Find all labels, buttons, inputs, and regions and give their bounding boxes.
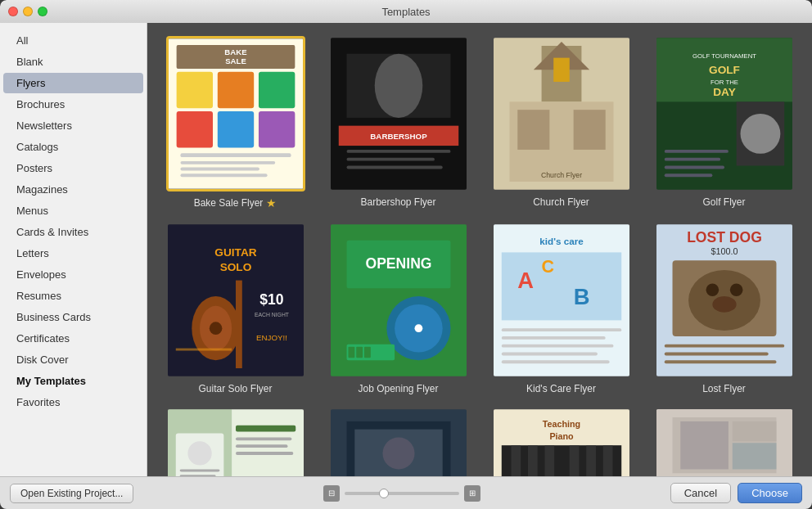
sidebar-item-magazines[interactable]: Magazines	[3, 179, 143, 200]
zoom-in-icon[interactable]: ⊞	[464, 485, 480, 502]
svg-rect-21	[346, 165, 442, 169]
svg-text:SOLO: SOLO	[219, 261, 251, 273]
sidebar-item-favorites[interactable]: Favorites	[3, 392, 143, 412]
svg-rect-70	[501, 336, 605, 340]
svg-rect-69	[501, 328, 620, 331]
svg-rect-123	[586, 445, 596, 476]
svg-rect-84	[664, 360, 776, 363]
template-thumb-bake-sale: BAKE SALE	[166, 36, 305, 191]
template-item-piano[interactable]: Teaching Piano Teaching Piano Flyer	[486, 408, 636, 476]
template-label-guitar-solo: Guitar Solo Flyer	[198, 383, 272, 394]
zoom-out-icon[interactable]: ⊟	[323, 485, 340, 502]
template-item-photo-exhibition[interactable]: PHOTO EXHIBITION Photo Exhibition Flyer	[323, 408, 473, 476]
svg-text:GOLF: GOLF	[709, 64, 740, 76]
svg-text:DAY: DAY	[713, 86, 736, 98]
svg-text:SALE: SALE	[225, 56, 246, 65]
template-label-church: Church Flyer	[533, 196, 589, 208]
svg-text:Piano: Piano	[549, 431, 574, 441]
sidebar-item-blank[interactable]: Blank	[3, 52, 143, 72]
svg-rect-61	[356, 347, 363, 358]
svg-text:EACH NIGHT: EACH NIGHT	[254, 312, 289, 318]
star-icon: ★	[266, 196, 277, 209]
cancel-button[interactable]: Cancel	[670, 483, 731, 503]
template-label-bake-sale: Bake Sale Flyer★	[194, 196, 277, 209]
sidebar-item-all[interactable]: All	[3, 30, 143, 51]
svg-text:$100.0: $100.0	[710, 246, 738, 256]
minimize-button[interactable]	[23, 7, 33, 16]
svg-rect-49	[175, 349, 231, 351]
template-item-kids-care[interactable]: kid's care A B C Kid's Care Flyer	[486, 223, 636, 394]
template-item-barbershop[interactable]: BARBERSHOP Barbershop Flyer	[323, 36, 473, 209]
svg-rect-25	[553, 58, 570, 82]
sidebar-item-cards-invites[interactable]: Cards & Invites	[3, 222, 143, 242]
sidebar-item-menus[interactable]: Menus	[3, 200, 143, 221]
svg-point-81	[712, 296, 736, 313]
svg-rect-119	[511, 445, 521, 476]
template-item-nursing[interactable]: Nursing Homes Flyer	[160, 408, 310, 476]
zoom-controls: ⊟ ⊞	[323, 485, 480, 502]
svg-rect-93	[236, 437, 291, 440]
svg-text:LOST DOG: LOST DOG	[687, 229, 762, 245]
svg-point-48	[209, 322, 222, 335]
sidebar-item-letters[interactable]: Letters	[3, 243, 143, 264]
close-button[interactable]	[8, 7, 18, 16]
svg-text:ENJOY!!: ENJOY!!	[255, 333, 286, 342]
template-thumb-church: Church Flyer	[492, 36, 631, 191]
window-controls	[8, 7, 47, 16]
template-label-kids-care: Kid's Care Flyer	[526, 383, 596, 394]
sidebar-item-brochures[interactable]: Brochures	[3, 94, 143, 115]
maximize-button[interactable]	[38, 7, 47, 16]
svg-point-80	[729, 283, 742, 296]
window: Templates AllBlankFlyersBrochuresNewslet…	[0, 0, 812, 509]
svg-rect-28	[573, 110, 605, 150]
svg-point-16	[374, 54, 422, 118]
template-label-lost-flyer: Lost Flyer	[702, 383, 746, 394]
template-item-golf[interactable]: GOLF TOURNAMENT GOLF FOR THE DAY Golf Fl…	[649, 36, 799, 209]
choose-button[interactable]: Choose	[738, 483, 802, 503]
zoom-slider[interactable]	[345, 492, 459, 495]
svg-rect-4	[176, 72, 212, 108]
svg-text:$10: $10	[259, 291, 284, 308]
bottom-right: Cancel Choose	[670, 483, 802, 503]
svg-rect-62	[364, 347, 371, 358]
svg-rect-7	[176, 111, 212, 147]
svg-rect-38	[664, 150, 728, 153]
svg-rect-95	[236, 452, 293, 455]
svg-rect-12	[180, 168, 259, 171]
template-item-guitar-solo[interactable]: GUITAR SOLO $10 EACH NIGHT ENJOY!! Guita…	[160, 223, 310, 394]
sidebar-item-certificates[interactable]: Certificates	[3, 328, 143, 349]
sidebar-item-flyers[interactable]: Flyers	[3, 73, 143, 93]
svg-point-58	[414, 324, 422, 332]
svg-rect-40	[664, 165, 724, 169]
sidebar-item-newsletters[interactable]: Newsletters	[3, 115, 143, 136]
svg-rect-83	[664, 352, 768, 355]
svg-rect-120	[527, 445, 537, 476]
sidebar-item-business-cards[interactable]: Business Cards	[3, 307, 143, 327]
svg-rect-8	[217, 111, 253, 147]
window-title: Templates	[381, 6, 430, 18]
sidebar-item-catalogs[interactable]: Catalogs	[3, 137, 143, 157]
svg-rect-89	[179, 469, 219, 471]
template-item-lost-flyer[interactable]: LOST DOG $100.0 Lost Flyer	[649, 223, 799, 394]
template-item-job-opening[interactable]: OPENING Job Opening Flyer	[323, 223, 473, 394]
svg-text:C: C	[541, 257, 554, 277]
template-label-job-opening: Job Opening Flyer	[358, 383, 438, 394]
template-item-bake-sale[interactable]: BAKE SALE Bake Sale Flyer★	[160, 36, 310, 209]
svg-rect-124	[602, 445, 612, 476]
main-container: AllBlankFlyersBrochuresNewslettersCatalo…	[0, 23, 812, 476]
sidebar-item-my-templates[interactable]: My Templates	[3, 371, 143, 391]
svg-point-79	[706, 283, 719, 296]
sidebar-item-disk-cover[interactable]: Disk Cover	[3, 349, 143, 370]
sidebar-item-resumes[interactable]: Resumes	[3, 286, 143, 306]
template-item-church[interactable]: Church Flyer Church Flyer	[486, 36, 636, 209]
template-item-modern-art[interactable]: Modern Art Flyer	[649, 408, 799, 476]
sidebar-item-envelopes[interactable]: Envelopes	[3, 264, 143, 285]
zoom-thumb	[379, 489, 389, 498]
svg-rect-82	[664, 345, 783, 348]
svg-text:GOLF TOURNAMENT: GOLF TOURNAMENT	[692, 52, 756, 60]
template-label-golf: Golf Flyer	[702, 196, 745, 208]
svg-text:Teaching: Teaching	[542, 419, 580, 429]
sidebar-item-posters[interactable]: Posters	[3, 158, 143, 178]
open-existing-button[interactable]: Open Existing Project...	[10, 484, 133, 503]
svg-rect-47	[236, 281, 242, 368]
